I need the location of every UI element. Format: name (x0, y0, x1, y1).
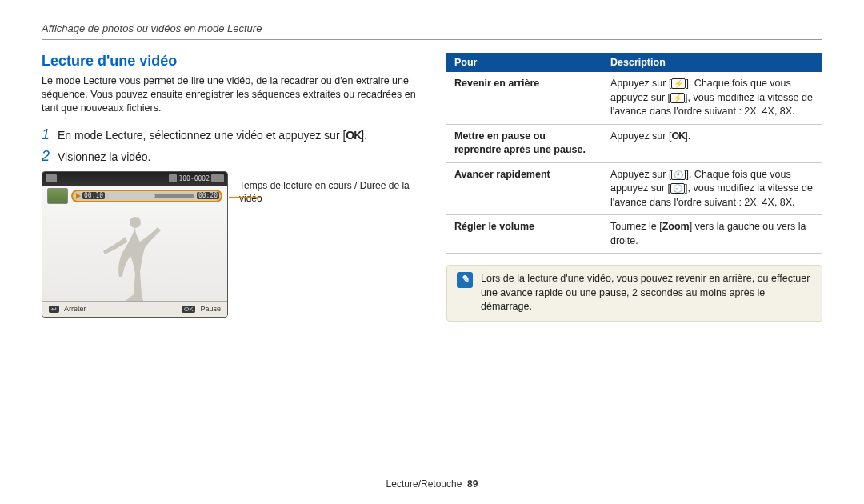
step-2: 2 Visionnez la vidéo. (42, 148, 424, 165)
back-label: Arreter (64, 305, 86, 313)
elapsed-time: 00:10 (82, 192, 105, 199)
table-row: Régler le volume Tournez le [Zoom] vers … (446, 215, 822, 254)
breadcrumb: Affichage de photos ou vidéos en mode Le… (42, 22, 822, 34)
note-text: Lors de la lecture d'une vidéo, vous pou… (481, 272, 812, 314)
ok-key-icon: OK (182, 306, 196, 313)
figure-caption: Temps de lecture en cours / Durée de la … (239, 179, 424, 318)
battery-icon (211, 174, 224, 182)
ok-icon: OK (346, 129, 361, 142)
figure-wrap: 100-0002 00:10 00:20 (42, 171, 424, 318)
back-key-icon: ↩ (49, 306, 59, 313)
desc-cell: Tournez le [Zoom] vers la gauche ou vers… (602, 215, 822, 254)
flash-icon: ⚡ (671, 78, 686, 89)
step-1: 1 En mode Lecture, sélectionnez une vidé… (42, 126, 424, 143)
callout-line (229, 197, 261, 198)
footer-page: 89 (467, 478, 478, 490)
ok-icon: OK (671, 130, 685, 142)
right-column: Pour Description Revenir en arrière Appu… (446, 53, 822, 322)
step-text: En mode Lecture, sélectionnez une vidéo … (58, 129, 367, 142)
progress-bar (107, 194, 194, 198)
controls-table: Pour Description Revenir en arrière Appu… (446, 53, 822, 254)
total-time: 00:20 (197, 192, 219, 199)
th-action: Pour (446, 53, 602, 72)
step-text-pre: En mode Lecture, sélectionnez une vidéo … (58, 129, 346, 142)
dancer-silhouette (95, 213, 167, 301)
table-row: Revenir en arrière Appuyez sur [⚡]. Chaq… (446, 72, 822, 124)
footer-section: Lecture/Retouche (386, 478, 462, 490)
action-cell: Avancer rapidement (446, 162, 602, 215)
file-counter: 100-0002 (178, 175, 210, 182)
play-icon (76, 193, 81, 199)
desc-cell: Appuyez sur [OK]. (602, 124, 822, 162)
page-footer: Lecture/Retouche 89 (0, 478, 864, 490)
section-title: Lecture d'une vidéo (42, 53, 424, 70)
progress-pill: 00:10 00:20 (71, 190, 222, 202)
video-thumb (47, 188, 68, 204)
info-icon: ✎ (457, 272, 473, 288)
video-canvas (42, 206, 227, 301)
action-cell: Revenir en arrière (446, 72, 602, 124)
left-column: Lecture d'une vidéo Le mode Lecture vous… (42, 53, 424, 322)
zoom-label: Zoom (662, 221, 690, 232)
memory-icon (169, 174, 177, 182)
svg-point-0 (130, 217, 141, 228)
time-row: 00:10 00:20 (42, 186, 227, 206)
intro-text: Le mode Lecture vous permet de lire une … (42, 74, 424, 115)
video-icon (46, 174, 57, 182)
button-bar: ↩ Arreter OK Pause (42, 301, 227, 317)
step-text-post: ]. (361, 129, 367, 142)
info-note: ✎ Lors de la lecture d'une vidéo, vous p… (446, 265, 822, 322)
table-row: Avancer rapidement Appuyez sur [🕘]. Chaq… (446, 162, 822, 215)
divider (42, 39, 822, 40)
step-text: Visionnez la vidéo. (58, 150, 150, 163)
ok-label: Pause (200, 305, 221, 313)
status-bar: 100-0002 (42, 172, 227, 186)
th-desc: Description (602, 53, 822, 72)
table-row: Mettre en pause ou reprendre après une p… (446, 124, 822, 162)
desc-cell: Appuyez sur [🕘]. Chaque fois que vous ap… (602, 162, 822, 215)
timer-icon: 🕘 (671, 170, 686, 180)
timer-icon: 🕘 (670, 183, 685, 194)
action-cell: Mettre en pause ou reprendre après une p… (446, 124, 602, 162)
camera-screenshot: 100-0002 00:10 00:20 (42, 171, 228, 318)
step-number: 1 (42, 126, 58, 143)
step-number: 2 (42, 148, 58, 165)
desc-cell: Appuyez sur [⚡]. Chaque fois que vous ap… (602, 72, 822, 124)
flash-icon: ⚡ (670, 93, 685, 103)
action-cell: Régler le volume (446, 215, 602, 254)
